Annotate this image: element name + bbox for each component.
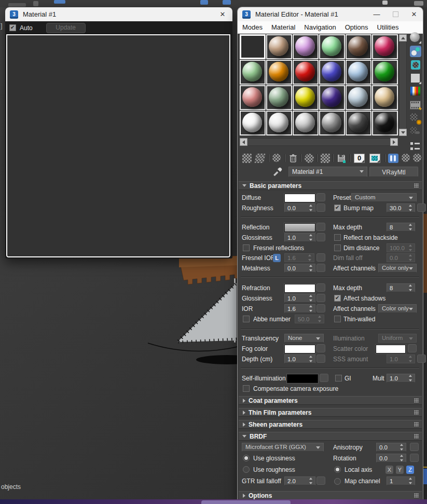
axis-z-button[interactable]: Z bbox=[406, 466, 414, 474]
material-name-dropdown[interactable]: Material #1 bbox=[288, 167, 367, 177]
depth-map-button[interactable] bbox=[316, 355, 325, 363]
material-id-channel-icon[interactable]: 0 bbox=[354, 154, 365, 163]
ior-map-button[interactable] bbox=[316, 304, 325, 312]
rotation-map-button[interactable] bbox=[410, 454, 419, 462]
material-map-navigator-icon[interactable] bbox=[410, 141, 421, 153]
go-forward-to-sibling-icon[interactable] bbox=[413, 154, 421, 162]
material-sample-slot[interactable] bbox=[346, 85, 371, 110]
material-sample-slot[interactable] bbox=[346, 111, 371, 135]
delete-icon[interactable] bbox=[288, 154, 298, 163]
show-map-in-viewport-icon[interactable] bbox=[369, 154, 380, 163]
close-icon[interactable]: ✕ bbox=[408, 9, 420, 20]
rollout-brdf[interactable]: BRDF bbox=[239, 432, 422, 441]
make-preview-icon[interactable]: + bbox=[410, 100, 421, 111]
drag-grip-icon[interactable] bbox=[414, 434, 419, 439]
abbe-number-checkbox[interactable] bbox=[243, 316, 250, 322]
make-material-copy-icon[interactable] bbox=[305, 154, 314, 163]
taskbar-item[interactable] bbox=[201, 500, 291, 504]
material-sample-slot[interactable] bbox=[240, 111, 266, 135]
reflect-on-backside-checkbox[interactable] bbox=[334, 234, 341, 241]
pick-material-eyedropper-icon[interactable] bbox=[272, 166, 282, 176]
material-sample-slot[interactable] bbox=[240, 60, 266, 85]
affect-shadows-checkbox[interactable] bbox=[334, 295, 341, 302]
material-sample-slot[interactable] bbox=[266, 34, 292, 59]
spinner-arrows-icon[interactable] bbox=[400, 455, 404, 461]
spinner-arrows-icon[interactable] bbox=[408, 284, 413, 291]
make-unique-icon[interactable] bbox=[321, 154, 330, 163]
self-illumination-swatch[interactable] bbox=[287, 374, 318, 383]
go-to-parent-icon[interactable] bbox=[402, 154, 410, 162]
mult-spinner[interactable]: 1.0 bbox=[387, 374, 415, 383]
sample-type-icon[interactable] bbox=[410, 32, 421, 44]
material-sample-slot[interactable] bbox=[266, 111, 292, 135]
drag-grip-icon[interactable] bbox=[414, 493, 419, 498]
map-channel-radio[interactable] bbox=[334, 478, 341, 485]
video-color-check-icon[interactable] bbox=[410, 86, 421, 98]
select-by-material-icon[interactable] bbox=[410, 127, 421, 138]
title-bar[interactable]: 3 Material Editor - Material #1 — ✕ bbox=[238, 7, 423, 21]
gi-checkbox[interactable] bbox=[335, 375, 342, 382]
spinner-arrows-icon[interactable] bbox=[309, 234, 313, 241]
ior-spinner[interactable]: 1.6 bbox=[284, 304, 315, 313]
material-sample-slot[interactable] bbox=[266, 85, 292, 110]
material-sample-slot[interactable] bbox=[372, 60, 398, 85]
spinner-arrows-icon[interactable] bbox=[309, 478, 313, 484]
drag-grip-icon[interactable] bbox=[414, 183, 419, 188]
maximize-icon[interactable] bbox=[390, 9, 401, 20]
scroll-right-button[interactable] bbox=[390, 138, 398, 146]
refraction-glossiness-map-button[interactable] bbox=[316, 294, 325, 302]
save-to-library-icon[interactable] bbox=[337, 154, 346, 163]
spinner-arrows-icon[interactable] bbox=[309, 265, 313, 271]
compensate-exposure-checkbox[interactable] bbox=[243, 385, 250, 392]
rollout-options[interactable]: Options bbox=[239, 491, 422, 500]
bump-map-slot-button[interactable] bbox=[417, 203, 426, 212]
assign-material-to-selection-icon[interactable] bbox=[272, 154, 281, 162]
preset-dropdown[interactable]: Custom bbox=[351, 193, 417, 202]
dim-distance-checkbox[interactable] bbox=[334, 244, 341, 251]
menu-options[interactable]: Options bbox=[345, 23, 368, 31]
material-sample-slot[interactable] bbox=[319, 111, 345, 135]
show-end-result-icon[interactable] bbox=[388, 154, 398, 163]
reflection-glossiness-spinner[interactable]: 1.0 bbox=[284, 233, 315, 242]
drag-grip-icon[interactable] bbox=[414, 410, 419, 415]
title-bar[interactable]: 3 Material #1 ✕ bbox=[5, 7, 232, 21]
auto-update-checkbox[interactable] bbox=[9, 24, 16, 31]
refraction-affect-channels-dropdown[interactable]: Color only bbox=[378, 304, 417, 313]
material-sample-slot[interactable] bbox=[346, 34, 371, 59]
material-sample-slot[interactable] bbox=[319, 60, 345, 85]
get-material-icon[interactable] bbox=[242, 154, 252, 163]
reflection-map-button[interactable] bbox=[316, 223, 325, 231]
fog-color-map-button[interactable] bbox=[316, 344, 325, 352]
anisotropy-spinner[interactable]: 0.0 bbox=[376, 443, 406, 452]
spinner-arrows-icon[interactable] bbox=[408, 205, 413, 211]
material-sample-slot[interactable] bbox=[240, 34, 266, 59]
rollout-coat-parameters[interactable]: Coat parameters bbox=[239, 396, 422, 405]
fresnel-reflections-checkbox[interactable] bbox=[243, 244, 250, 251]
diffuse-map-button[interactable] bbox=[316, 193, 325, 201]
menu-navigation[interactable]: Navigation bbox=[304, 23, 336, 31]
background-icon[interactable] bbox=[410, 59, 421, 71]
roughness-map-button[interactable] bbox=[316, 203, 325, 212]
scroll-down-button[interactable] bbox=[399, 129, 407, 136]
reflection-glossiness-map-button[interactable] bbox=[316, 233, 325, 241]
refraction-max-depth-spinner[interactable]: 8 bbox=[387, 283, 415, 292]
material-editor-options-icon[interactable] bbox=[410, 113, 421, 125]
material-sample-slot[interactable] bbox=[293, 85, 319, 110]
metalness-spinner[interactable]: 0.0 bbox=[284, 264, 315, 273]
rollout-sheen-parameters[interactable]: Sheen parameters bbox=[239, 420, 422, 429]
spinner-arrows-icon[interactable] bbox=[309, 356, 313, 362]
roughness-spinner[interactable]: 0.0 bbox=[284, 203, 315, 212]
material-sample-slot[interactable] bbox=[372, 111, 398, 135]
material-sample-slot[interactable] bbox=[372, 85, 398, 110]
put-material-to-scene-icon[interactable] bbox=[254, 154, 266, 163]
refraction-glossiness-spinner[interactable]: 1.0 bbox=[284, 294, 315, 303]
minimize-icon[interactable]: — bbox=[371, 9, 382, 20]
bump-amount-spinner[interactable]: 30.0 bbox=[387, 203, 415, 212]
spinner-arrows-icon[interactable] bbox=[400, 444, 404, 451]
gtr-tail-falloff-spinner[interactable]: 2.0 bbox=[284, 476, 315, 485]
backlight-icon[interactable] bbox=[410, 46, 421, 57]
material-sample-slot[interactable] bbox=[240, 85, 266, 110]
scroll-up-button[interactable] bbox=[399, 34, 407, 42]
anisotropy-map-button[interactable] bbox=[410, 443, 419, 451]
gtr-map-button[interactable] bbox=[316, 476, 325, 485]
